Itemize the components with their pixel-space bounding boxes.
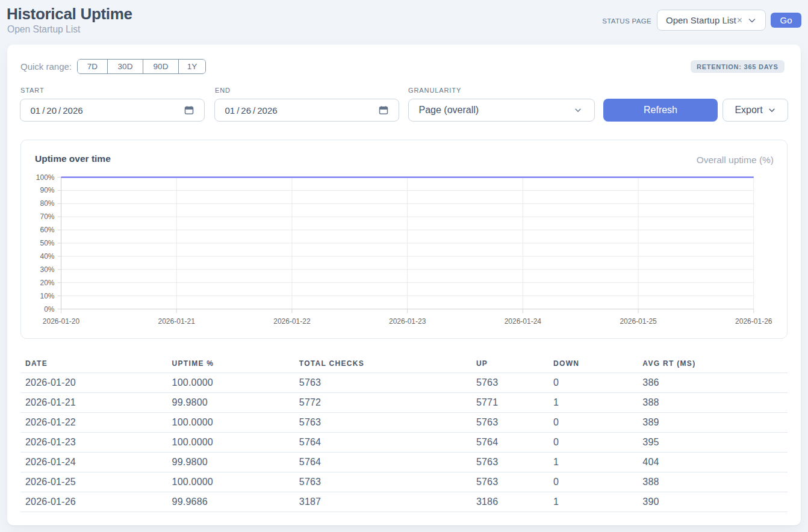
- svg-text:50%: 50%: [40, 239, 54, 247]
- svg-text:100%: 100%: [36, 173, 55, 182]
- svg-text:2026-01-20: 2026-01-20: [43, 317, 80, 326]
- svg-text:10%: 10%: [40, 292, 54, 300]
- svg-text:30%: 30%: [40, 265, 54, 274]
- svg-text:40%: 40%: [40, 252, 54, 261]
- svg-text:60%: 60%: [40, 226, 54, 234]
- svg-text:2026-01-26: 2026-01-26: [735, 317, 772, 326]
- svg-text:80%: 80%: [40, 199, 54, 208]
- svg-text:2026-01-22: 2026-01-22: [273, 317, 311, 326]
- svg-text:0%: 0%: [44, 305, 55, 314]
- svg-text:20%: 20%: [40, 279, 54, 287]
- svg-text:2026-01-25: 2026-01-25: [620, 317, 657, 326]
- svg-text:2026-01-24: 2026-01-24: [505, 317, 542, 326]
- svg-text:2026-01-21: 2026-01-21: [158, 317, 196, 326]
- svg-text:70%: 70%: [40, 212, 54, 221]
- svg-text:2026-01-23: 2026-01-23: [389, 317, 426, 326]
- svg-text:90%: 90%: [40, 186, 54, 194]
